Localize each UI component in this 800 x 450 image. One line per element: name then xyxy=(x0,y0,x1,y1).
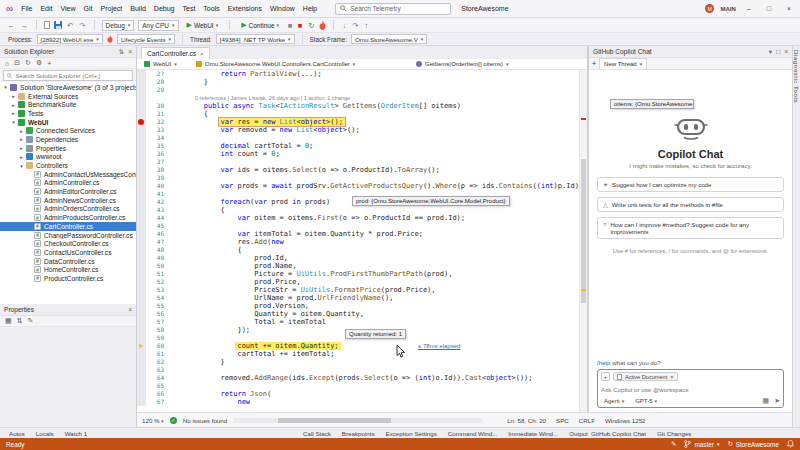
breakpoint-margin[interactable] xyxy=(137,374,146,382)
help-suggestion[interactable]: /help what can you do? xyxy=(597,359,784,366)
tree-item-properties[interactable]: ▸Properties xyxy=(0,144,136,153)
breakpoint-margin[interactable] xyxy=(137,126,146,134)
suggestion-card-1[interactable]: ✦Suggest how I can optimize my code xyxy=(597,177,784,192)
eol-indicator[interactable]: CRLF xyxy=(579,417,595,424)
code-line[interactable]: 37 xyxy=(137,158,579,166)
breakpoint-margin[interactable] xyxy=(137,134,146,142)
switch-views-icon[interactable]: ⇅ xyxy=(119,48,125,56)
step-over-icon[interactable]: ↷ xyxy=(351,21,359,30)
code-line[interactable]: 65 xyxy=(137,382,579,390)
chevron-down-icon[interactable]: ▾ xyxy=(769,48,772,56)
document-health-label[interactable]: No issues found xyxy=(183,417,227,424)
collapse-icon[interactable]: ▾ xyxy=(10,119,17,125)
continue-button[interactable]: ▶Continue▾ xyxy=(237,20,283,31)
configuration-dropdown[interactable]: Debug▾ xyxy=(102,20,135,31)
breakpoint-margin[interactable] xyxy=(137,78,146,86)
tree-item-controllers[interactable]: ▾Controllers xyxy=(0,161,136,170)
settings-gear-icon[interactable]: ⚙ xyxy=(36,59,42,67)
breakpoint-margin[interactable] xyxy=(137,262,146,270)
code-line[interactable]: 50prod.Name, xyxy=(137,262,579,270)
tree-item-webui[interactable]: ▾WebUI xyxy=(0,118,136,127)
menu-window[interactable]: Window xyxy=(266,5,299,12)
redo-icon[interactable]: ↷ xyxy=(78,21,86,30)
code-line[interactable]: 31{ xyxy=(137,110,579,118)
code-line[interactable]: 46var itemTotal = oitem.Quantity * prod.… xyxy=(137,230,579,238)
account-name[interactable]: MAIN xyxy=(720,6,735,12)
breakpoint-margin[interactable] xyxy=(137,222,146,230)
panel-tab-watch-1[interactable]: Watch 1 xyxy=(60,430,92,437)
lifecycle-events-dropdown[interactable]: Lifecycle Events▾ xyxy=(117,34,175,44)
tree-item-connected-services[interactable]: ▸Connected Services xyxy=(0,126,136,135)
thread-tab[interactable]: New Thread ▾ xyxy=(599,58,647,69)
breakpoint-margin[interactable] xyxy=(137,110,146,118)
tree-item-adminorderscontroller-cs[interactable]: #AdminOrdersController.cs xyxy=(0,205,136,214)
sort-alphabetical-icon[interactable]: ⇅ xyxy=(17,317,23,325)
tree-item-admincontroller-cs[interactable]: #AdminController.cs xyxy=(0,179,136,188)
menu-project[interactable]: Project xyxy=(96,5,126,12)
pencil-icon[interactable]: ✎ xyxy=(671,440,676,448)
code-line[interactable]: 54UrlName = prod.UrlFriendlyName(), xyxy=(137,294,579,302)
breakpoint-margin[interactable] xyxy=(137,86,146,94)
expand-icon[interactable]: ▸ xyxy=(18,136,25,142)
menu-tools[interactable]: Tools xyxy=(199,5,223,12)
stop-debug-icon[interactable]: ■ xyxy=(297,21,304,30)
breakpoint-margin[interactable] xyxy=(137,190,146,198)
panel-tab-autos[interactable]: Autos xyxy=(4,430,30,437)
close-button[interactable]: × xyxy=(782,5,796,12)
maximize-button[interactable]: □ xyxy=(762,5,776,12)
tree-item-wwwroot[interactable]: ▸wwwroot xyxy=(0,153,136,162)
breakpoint-margin[interactable] xyxy=(137,254,146,262)
spaces-indicator[interactable]: SPC xyxy=(556,417,569,424)
tree-item-checkoutcontroller-cs[interactable]: #CheckoutController.cs xyxy=(0,239,136,248)
code-line[interactable]: 45 xyxy=(137,222,579,230)
datatip-oitems[interactable]: oitems: {Omu.StoreAwesome.We xyxy=(610,99,694,109)
menu-file[interactable]: File xyxy=(17,5,36,12)
navigate-back-icon[interactable]: ← xyxy=(6,21,16,30)
suggestion-card-3[interactable]: ?How can I improve #method? Suggest code… xyxy=(597,217,784,239)
categorize-icon[interactable]: ▦ xyxy=(5,317,12,325)
breakpoint-margin[interactable] xyxy=(137,166,146,174)
code-line[interactable]: 47res.Add(new xyxy=(137,238,579,246)
maximize-panel-icon[interactable]: □ xyxy=(776,48,780,56)
cursor-position[interactable]: Ln: 58, Ch: 20 xyxy=(507,417,546,424)
perf-tip[interactable]: ≤ 78ms elapsed xyxy=(418,343,460,349)
tree-item-adminproductscontroller-cs[interactable]: #AdminProductsController.cs xyxy=(0,213,136,222)
tree-item-cartcontroller-cs[interactable]: #CartController.cs xyxy=(0,222,136,231)
hot-reload-flame-icon[interactable] xyxy=(319,21,326,30)
datatip-quantity[interactable]: Quantity returned: 1 xyxy=(345,329,406,339)
tree-item-admincontactusmessagescontroller-cs[interactable]: #AdminContactUsMessagesController.cs xyxy=(0,170,136,179)
panel-tab-git-changes[interactable]: Git Changes xyxy=(652,430,696,437)
code-line[interactable]: 63 xyxy=(137,366,579,374)
close-icon[interactable]: × xyxy=(784,48,788,56)
panel-tab-breakpoints[interactable]: Breakpoints xyxy=(337,430,380,437)
breakpoint-margin[interactable] xyxy=(137,142,146,150)
code-line[interactable]: 52prod.Price, xyxy=(137,278,579,286)
zoom-control[interactable]: 120 % ▾ xyxy=(142,417,164,424)
tree-item-adminnewscontroller-cs[interactable]: #AdminNewsController.cs xyxy=(0,196,136,205)
code-line[interactable]: 30public async Task<IActionResult> GetIt… xyxy=(137,102,579,110)
menu-help[interactable]: Help xyxy=(299,5,321,12)
breakpoint-margin[interactable] xyxy=(137,318,146,326)
close-icon[interactable]: × xyxy=(128,48,132,56)
breakpoint-margin[interactable] xyxy=(137,390,146,398)
suggestion-card-2[interactable]: △Write unit tests for all the methods in… xyxy=(597,197,784,212)
save-icon[interactable] xyxy=(54,21,62,29)
tab-cartcontroller[interactable]: CartController.cs × xyxy=(141,47,210,59)
code-line[interactable]: 61cartTotal += itemTotal; xyxy=(137,350,579,358)
breakpoint-margin[interactable] xyxy=(137,310,146,318)
breakpoint-margin[interactable] xyxy=(137,286,146,294)
tree-item-productcontroller-cs[interactable]: #ProductController.cs xyxy=(0,274,136,283)
encoding-indicator[interactable]: Windows 1252 xyxy=(605,417,646,424)
tree-item-tests[interactable]: ▸Tests xyxy=(0,109,136,118)
breakpoint-margin[interactable] xyxy=(137,326,146,334)
datatip-prod[interactable]: prod: {Omu.StoreAwesome.WebUI.Core.Model… xyxy=(352,196,510,206)
tree-item-datacontroller-cs[interactable]: #DataController.cs xyxy=(0,257,136,266)
breakpoint-margin[interactable] xyxy=(137,270,146,278)
current-statement-icon[interactable] xyxy=(137,342,146,350)
breakpoint-margin[interactable] xyxy=(137,302,146,310)
breakpoint-margin[interactable] xyxy=(137,198,146,206)
panel-tab-call-stack[interactable]: Call Stack xyxy=(298,430,336,437)
breakpoint-margin[interactable] xyxy=(137,382,146,390)
breakpoint-margin[interactable] xyxy=(137,366,146,374)
type-dropdown[interactable]: Omu.StoreAwesome.WebUI.Controllers.CartC… xyxy=(192,60,410,69)
